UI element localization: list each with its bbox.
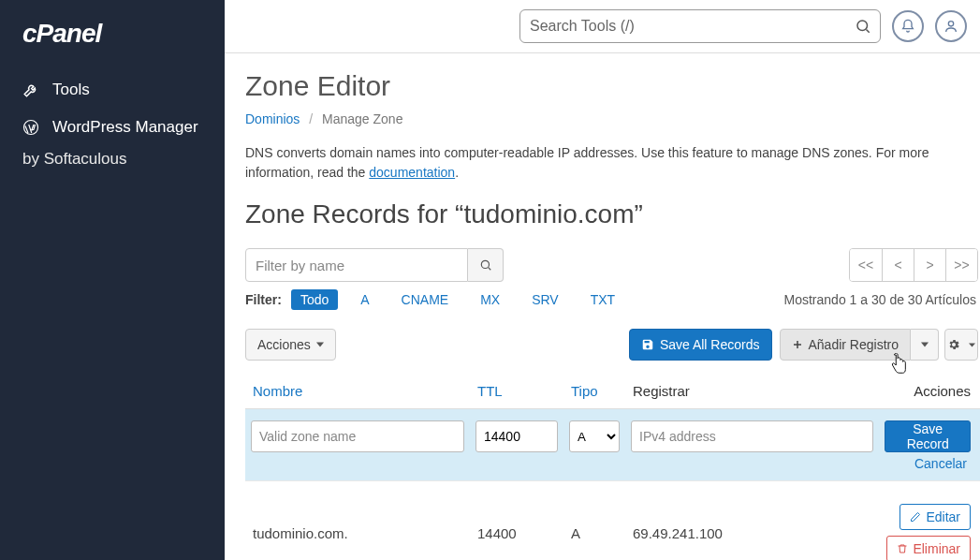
sidebar-subline: by Softaculous [0,146,225,169]
save-all-label: Save All Records [660,337,760,352]
records-title: Zone Records for “tudominio.com” [245,199,980,229]
col-actions: Acciones [879,374,980,409]
gear-icon [947,338,960,351]
col-register: Registrar [625,374,879,409]
pager-next[interactable]: > [914,249,945,281]
filter-search-button[interactable] [468,248,504,282]
intro-text: DNS converts domain names into computer-… [245,143,980,183]
breadcrumb-separator: / [309,111,313,126]
cell-name: tudominio.com. [245,481,470,561]
cell-register: 69.49.241.100 [625,481,879,561]
showing-count: Mostrando 1 a 30 de 30 Artículos [784,292,980,307]
save-record-button[interactable]: Save Record [885,420,971,452]
intro-suffix: . [455,165,459,180]
sidebar-item-tools[interactable]: Tools [0,71,225,109]
search-icon [855,18,871,35]
page-title: Zone Editor [245,70,980,102]
filter-input-group [245,248,504,282]
pager-prev[interactable]: < [882,249,914,281]
edit-label: Editar [926,509,960,524]
tools-icon [22,81,39,98]
new-record-ttl-input[interactable] [475,420,558,452]
delete-label: Eliminar [913,541,960,556]
sidebar-item-label: Tools [52,81,90,99]
breadcrumb-parent[interactable]: Dominios [245,111,300,126]
search-icon [468,258,503,272]
header-bar [225,0,980,53]
new-record-type-select[interactable]: A [569,420,620,452]
sidebar-item-wordpress[interactable]: WordPress Manager [0,109,225,146]
breadcrumb-current: Manage Zone [322,111,402,126]
caret-down-icon [921,341,929,348]
filter-type-todo[interactable]: Todo [291,289,338,310]
svg-point-2 [948,22,953,26]
cancel-link[interactable]: Cancelar [914,456,974,471]
filter-type-a[interactable]: A [351,289,378,310]
svg-point-1 [857,21,868,31]
col-name[interactable]: Nombre [245,374,470,409]
pager: << < > >> [849,248,978,282]
sidebar: cPanel Tools WordPress Manager by Softac… [0,0,225,560]
account-button[interactable] [935,10,967,42]
save-all-button[interactable]: Save All Records [629,329,772,361]
filter-type-srv[interactable]: SRV [522,289,568,310]
new-record-row-actions: Cancelar [245,456,980,481]
search-button[interactable] [851,14,875,38]
cell-type: A [563,481,625,561]
user-icon [943,19,958,34]
pager-last[interactable]: >> [945,249,977,281]
cell-ttl: 14400 [470,481,563,561]
wordpress-icon [22,119,39,136]
plus-icon [792,339,803,350]
filter-input[interactable] [245,248,468,282]
new-record-name-input[interactable] [251,420,464,452]
delete-button[interactable]: Eliminar [886,536,971,560]
search-input[interactable] [519,9,881,43]
settings-button[interactable] [944,329,978,361]
pager-first[interactable]: << [850,249,882,281]
records-table: Nombre TTL Tipo Registrar Acciones A [245,374,980,560]
save-icon [641,338,654,351]
edit-button[interactable]: Editar [900,504,971,530]
add-record-dropdown[interactable] [911,329,939,361]
svg-point-3 [481,260,489,268]
documentation-link[interactable]: documentation [369,165,455,180]
col-ttl[interactable]: TTL [470,374,563,409]
brand-text: cPanel [22,19,101,49]
filter-type-cname[interactable]: CNAME [392,289,459,310]
caret-down-icon [316,341,324,348]
intro-prefix: DNS converts domain names into computer-… [245,145,929,180]
filter-type-mx[interactable]: MX [471,289,509,310]
new-record-row: A Save Record [245,409,980,457]
col-type[interactable]: Tipo [563,374,625,409]
add-record-label: Añadir Registro [809,337,900,352]
brand-logo: cPanel [0,0,225,71]
actions-dropdown[interactable]: Acciones [245,329,336,361]
notifications-button[interactable] [892,10,924,42]
filter-label: Filter: [245,292,282,307]
bell-icon [900,19,915,34]
table-row: tudominio.com. 14400 A 69.49.241.100 Edi… [245,481,980,561]
actions-label: Acciones [257,337,311,352]
new-record-register-input[interactable] [631,420,873,452]
add-record-button[interactable]: Añadir Registro [780,329,912,361]
sidebar-item-label: WordPress Manager [52,118,198,137]
filter-type-txt[interactable]: TXT [581,289,624,310]
pencil-icon [910,511,921,523]
trash-icon [897,543,908,554]
caret-down-icon [969,342,975,348]
breadcrumb: Dominios / Manage Zone [245,111,980,126]
search-wrap [519,9,881,43]
